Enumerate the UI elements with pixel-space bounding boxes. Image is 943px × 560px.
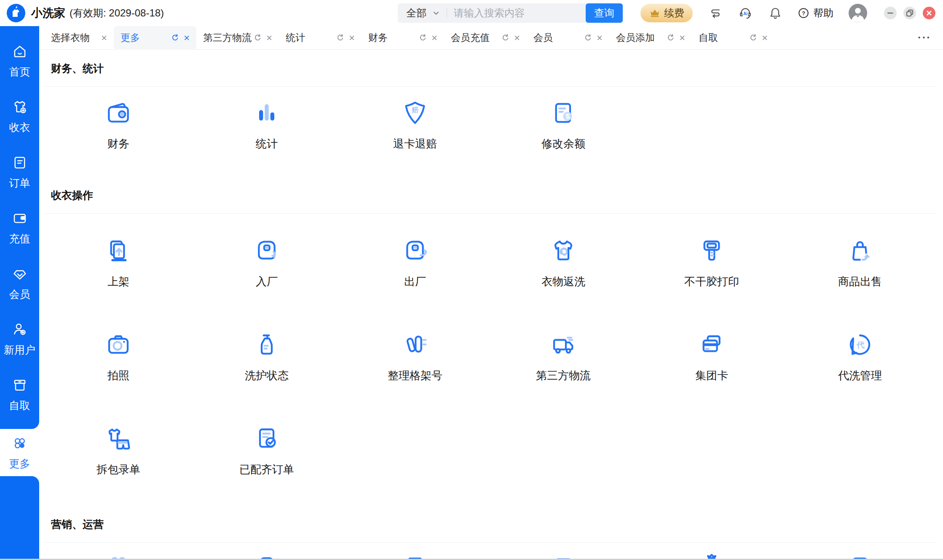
feature-入厂[interactable]: 入厂 [193,237,341,289]
tab-会员充值[interactable]: 会员充值× [444,26,527,50]
tab-refresh-icon[interactable] [666,33,675,42]
section-title: 收衣操作 [51,188,943,202]
refund-badge-icon: 赔 [402,99,429,126]
flow-icon[interactable] [709,6,722,20]
feature-统计[interactable]: 统计 [193,99,341,151]
tab-label: 选择衣物 [51,31,90,44]
feature-label: 代洗管理 [838,368,882,383]
tab-close-icon[interactable]: × [266,33,272,43]
tab-overflow-button[interactable]: ··· [918,31,931,44]
search-submit-button[interactable]: 查询 [586,3,623,23]
bell-icon[interactable] [769,6,782,20]
feature-label: 入厂 [256,274,278,289]
search-input[interactable] [447,7,586,19]
logistics-truck-icon [550,331,577,358]
tab-icons: × [171,33,190,43]
tab-label: 统计 [286,31,305,44]
svg-text:$: $ [565,112,570,121]
feature-集团卡[interactable]: 集团卡 [638,331,786,383]
close-button[interactable] [923,7,935,19]
avatar[interactable] [849,4,867,22]
tab-统计[interactable]: 统计× [279,26,362,50]
tab-refresh-icon[interactable] [501,33,510,42]
tab-icons: × [501,33,520,43]
feature-label: 拆包录单 [96,462,140,477]
section-divider [44,542,936,543]
feature-第三方物流[interactable]: 第三方物流 [489,331,638,383]
feature-不干胶打印[interactable]: 不干胶打印 [638,237,786,289]
sidebar-item-会员[interactable]: 会员 [0,255,39,311]
home-icon [11,43,28,62]
tab-refresh-icon[interactable] [253,33,262,42]
section-title: 营销、运营 [51,517,943,531]
tab-refresh-icon[interactable] [584,33,592,42]
feature-洗护状态[interactable]: 洗护状态 [193,331,341,383]
app-window: 小洗家 (有效期: 2029-08-18) 全部 查询 续费 Ai [0,0,943,560]
tab-close-icon[interactable]: × [762,33,768,43]
tab-选择衣物[interactable]: 选择衣物× [44,26,114,50]
help-button[interactable]: ? 帮助 [797,6,833,20]
tab-自取[interactable]: 自取× [692,26,774,50]
feature-label: 已配齐订单 [239,462,294,477]
feature-退卡退赔[interactable]: 赔退卡退赔 [341,99,489,151]
tab-close-icon[interactable]: × [431,33,437,43]
tab-close-icon[interactable]: × [184,33,190,43]
renew-button[interactable]: 续费 [640,4,693,22]
app-body: 首页收衣订单充值会员新用户自取 更多 选择衣物×更多×第三方物流×统计×财务×会… [0,26,943,560]
tab-会员添加[interactable]: 会员添加× [609,26,692,50]
titlebar: 小洗家 (有效期: 2029-08-18) 全部 查询 续费 Ai [0,0,943,26]
sidebar-item-充值[interactable]: 充值 [0,200,39,255]
feature-label: 修改余额 [541,137,585,151]
tab-refresh-icon[interactable] [171,33,179,42]
feature-label: 衣物返洗 [541,274,585,289]
tab-refresh-icon[interactable] [749,33,758,42]
tab-label: 自取 [699,31,718,44]
sidebar-item-订单[interactable]: 订单 [0,144,39,200]
feature-已配齐订单[interactable]: 已配齐订单 [193,425,341,477]
feature-代洗管理[interactable]: 代代洗管理 [786,331,934,383]
feature-label: 财务 [107,137,129,151]
tab-close-icon[interactable]: × [349,33,355,43]
tab-label: 更多 [121,31,140,44]
tab-close-icon[interactable]: × [679,33,685,43]
tab-第三方物流[interactable]: 第三方物流× [196,26,279,50]
sidebar-item-label: 充值 [9,232,30,246]
feature-出厂[interactable]: 出厂 [341,237,489,289]
sidebar-item-label: 自取 [9,399,30,413]
tab-close-icon[interactable]: × [597,33,603,43]
group-card-icon [698,331,725,358]
new-user-icon [11,321,28,340]
search-scope-value: 全部 [406,6,426,20]
feature-财务[interactable]: 财务 [44,99,193,151]
svg-text:Ai: Ai [743,11,747,16]
feature-上架[interactable]: 上架 [44,237,193,289]
feature-label: 不干胶打印 [684,274,739,289]
sticker-print-icon [698,237,725,264]
tab-会员[interactable]: 会员× [527,26,609,50]
feature-整理格架号[interactable]: 整理格架号 [341,331,489,383]
tab-refresh-icon[interactable] [336,33,345,42]
ai-service-icon[interactable]: Ai [738,6,753,20]
tab-label: 会员 [533,31,553,44]
tab-refresh-icon[interactable] [418,33,427,42]
feature-拆包录单[interactable]: 拆包录单 [44,425,193,477]
sidebar-item-收衣[interactable]: 收衣 [0,88,39,144]
sidebar-item-新用户[interactable]: 新用户 [0,311,39,367]
tab-close-icon[interactable]: × [514,33,520,43]
minimize-button[interactable] [884,7,897,19]
goods-sale-bag-icon [847,237,873,264]
restore-button[interactable] [903,7,916,19]
tab-更多[interactable]: 更多× [114,26,196,50]
barchart-icon [253,99,280,126]
search-scope-select[interactable]: 全部 [398,6,447,20]
sidebar-item-首页[interactable]: 首页 [0,33,39,88]
tab-close-icon[interactable]: × [101,33,107,43]
feature-修改余额[interactable]: $修改余额 [489,99,638,151]
feature-拍照[interactable]: 拍照 [44,331,193,383]
feature-衣物返洗[interactable]: 衣物返洗 [489,237,638,289]
sidebar-item-自取[interactable]: 自取 [0,367,39,422]
sidebar-item-更多[interactable]: 更多 [0,429,39,476]
factory-in-icon [253,237,280,264]
tab-财务[interactable]: 财务× [362,26,444,50]
feature-商品出售[interactable]: 商品出售 [786,237,934,289]
